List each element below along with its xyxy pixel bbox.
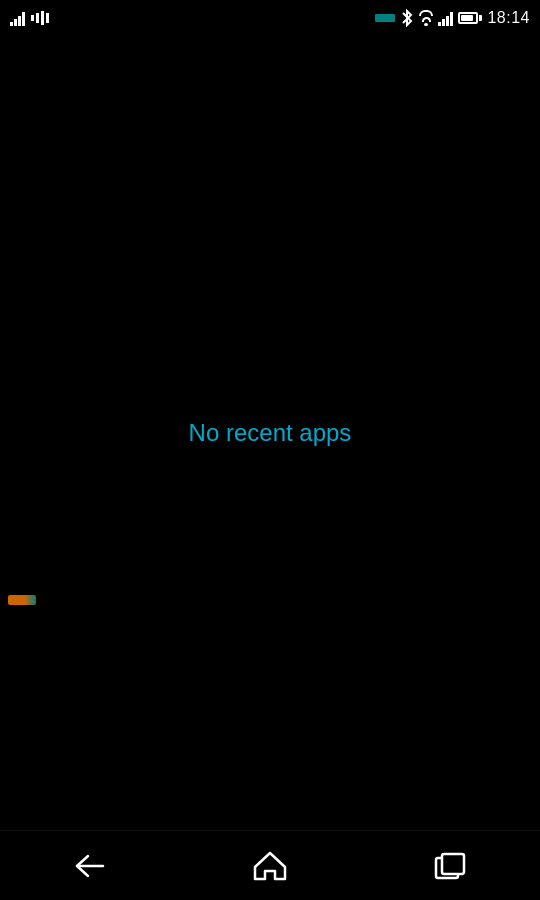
recents-icon xyxy=(434,852,466,880)
side-indicator xyxy=(8,595,36,605)
battery-icon xyxy=(458,12,482,24)
back-icon xyxy=(74,853,106,879)
network-signal-icon xyxy=(438,10,453,26)
bluetooth-icon xyxy=(400,9,414,27)
home-button[interactable] xyxy=(240,841,300,891)
svg-rect-3 xyxy=(442,854,464,874)
teal-indicator xyxy=(375,14,395,22)
back-button[interactable] xyxy=(60,841,120,891)
no-recent-apps-label: No recent apps xyxy=(189,419,352,447)
signal-icon xyxy=(10,10,25,26)
home-icon xyxy=(253,851,287,881)
notification-bars-icon xyxy=(31,11,49,25)
recents-button[interactable] xyxy=(420,841,480,891)
main-content: No recent apps xyxy=(0,36,540,830)
status-left-icons xyxy=(10,10,49,26)
svg-marker-1 xyxy=(255,853,285,879)
wifi-icon xyxy=(419,10,433,26)
status-time: 18:14 xyxy=(487,9,530,27)
navigation-bar xyxy=(0,830,540,900)
status-right-icons: 18:14 xyxy=(375,9,530,27)
status-bar: 18:14 xyxy=(0,0,540,36)
